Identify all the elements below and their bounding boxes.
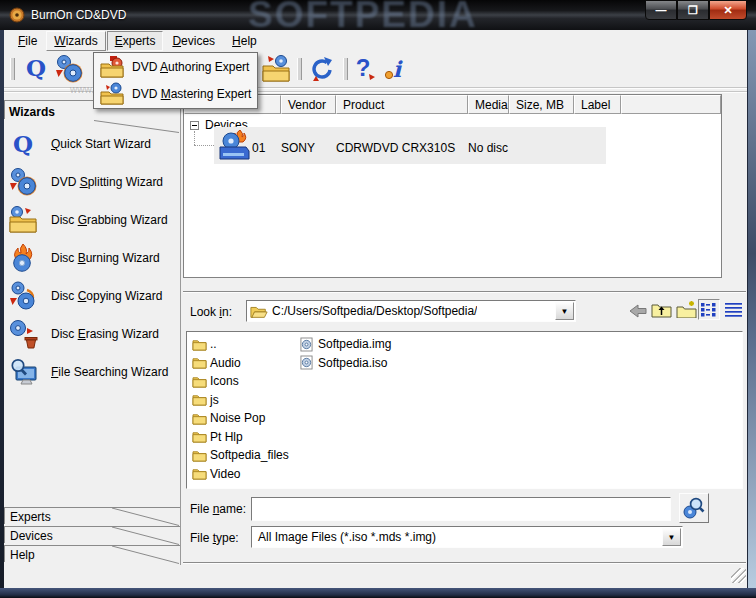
dvd-mastering-toolbar-icon[interactable] [261, 54, 291, 84]
folder-item[interactable]: .. [192, 335, 289, 354]
minimize-button[interactable]: — [645, 0, 677, 20]
folder-name: Pt Hlp [210, 430, 243, 444]
folder-icon [192, 375, 210, 388]
wizard-item-s[interactable]: DVD Splitting Wizard [8, 164, 174, 200]
devices-column-header: Vendor Product Media Size, MB Label [184, 95, 721, 114]
sidebar-tab-devices[interactable]: Devices [4, 526, 180, 545]
look-in-dropdown-arrow[interactable]: ▼ [555, 302, 574, 320]
toolbar-grip[interactable] [10, 58, 15, 80]
wizard-label: DVD Splitting Wizard [51, 175, 163, 189]
disc-grab-icon [8, 205, 38, 235]
file-name: Softpedia.iso [318, 356, 387, 370]
search-file-button[interactable] [679, 493, 709, 523]
experts-menu-item[interactable]: DVD Mastering Expert [94, 80, 257, 107]
window-frame-bottom [0, 588, 756, 598]
disc-image-file-icon [300, 337, 318, 352]
column-header-vendor[interactable]: Vendor [281, 95, 336, 114]
file-search-icon [8, 357, 38, 387]
tab-label: Help [10, 548, 35, 562]
tab-label: Experts [10, 510, 51, 524]
svg-text:Q: Q [26, 55, 46, 81]
menubar-item[interactable]: File [10, 31, 45, 51]
folder-name: Icons [210, 374, 239, 388]
menu-bar: File Wizards Experts Devices Help [4, 30, 747, 52]
quick-start-toolbar-icon[interactable]: Q [23, 55, 49, 81]
column-header-product[interactable]: Product [336, 95, 468, 114]
wizard-item-f[interactable]: File Searching Wizard [8, 354, 174, 390]
device-media: No disc [468, 141, 508, 155]
tab-label: Devices [10, 529, 53, 543]
sidebar-tab-experts[interactable]: Experts [4, 507, 180, 526]
folder-item[interactable]: Softpedia_files [192, 446, 289, 465]
file-type-combobox[interactable]: All Image Files (*.iso *.mds *.img) ▼ [251, 526, 683, 548]
folder-item[interactable]: js [192, 391, 289, 410]
experts-menu-item[interactable]: DVD Authoring Expert [94, 53, 257, 80]
open-folder-icon [250, 304, 268, 319]
softpedia-watermark: SOFTPEDIA [248, 0, 548, 30]
toolbar-grip[interactable] [297, 58, 302, 80]
svg-text:Q: Q [13, 131, 33, 157]
file-name-input[interactable] [251, 497, 671, 521]
app-disc-icon [9, 7, 25, 23]
wizard-item-g[interactable]: Disc Grabbing Wizard [8, 202, 174, 238]
quick-start-icon: Q [8, 129, 38, 159]
menubar-item[interactable]: Devices [164, 31, 223, 51]
up-one-level-icon[interactable] [651, 301, 672, 318]
file-list[interactable]: .. Audio Icons js [186, 331, 743, 489]
column-header-filler [621, 95, 721, 114]
wizard-label: Quick Start Wizard [51, 137, 151, 151]
wizards-header-label: Wizards [9, 105, 55, 119]
help-icon[interactable]: ? [353, 55, 379, 81]
close-button[interactable]: ✕ [709, 0, 747, 20]
folder-item[interactable]: Icons [192, 372, 289, 391]
file-item[interactable]: Softpedia.iso [300, 354, 391, 373]
device-product: CDRWDVD CRX310S [336, 141, 455, 155]
look-in-combobox[interactable]: C:/Users/Softpedia/Desktop/Softpedia/ ▼ [246, 300, 576, 322]
column-header-label[interactable]: Label [574, 95, 621, 114]
folder-item[interactable]: Audio [192, 354, 289, 373]
tree-collapse-toggle[interactable] [190, 121, 199, 130]
refresh-icon[interactable] [309, 56, 335, 82]
folder-item[interactable]: Pt Hlp [192, 428, 289, 447]
pane-separator[interactable] [183, 291, 746, 293]
menu-item-icon [99, 56, 125, 78]
column-header-media[interactable]: Media [468, 95, 509, 114]
menu-item-icon [99, 83, 125, 105]
about-icon[interactable]: i [381, 55, 407, 81]
folder-icon [192, 356, 210, 369]
sidebar-tab-help[interactable]: Help [4, 545, 180, 564]
folder-icon [192, 412, 210, 425]
resize-grip[interactable] [731, 568, 746, 583]
menubar-item[interactable]: Wizards [46, 31, 105, 51]
title-bar[interactable]: SOFTPEDIA BurnOn CD&DVD [0, 0, 756, 30]
wizard-item-e[interactable]: Disc Erasing Wizard [8, 316, 174, 352]
column-header-size[interactable]: Size, MB [509, 95, 574, 114]
disc-image-file-icon [300, 355, 318, 370]
window-title: BurnOn CD&DVD [31, 8, 126, 22]
toolbar-grip[interactable] [343, 58, 348, 80]
folder-item[interactable]: Video [192, 465, 289, 484]
file-item[interactable]: Softpedia.img [300, 335, 391, 354]
wizard-label: Disc Grabbing Wizard [51, 213, 168, 227]
look-in-label: Look in: [190, 305, 232, 319]
device-vendor: SONY [281, 141, 315, 155]
folder-name: Video [210, 467, 240, 481]
application-window: SOFTPEDIA BurnOn CD&DVD — ❐ ✕ File Wizar… [0, 0, 756, 598]
experts-dropdown-menu: DVD Authoring Expert DVD Mastering Exper… [93, 52, 258, 109]
maximize-button[interactable]: ❐ [677, 0, 709, 20]
menubar-item[interactable]: Help [224, 31, 265, 51]
dvd-splitting-toolbar-icon[interactable] [54, 54, 84, 84]
folder-item[interactable]: Noise Pop [192, 409, 289, 428]
svg-text:?: ? [356, 55, 371, 81]
wizard-item-b[interactable]: Disc Burning Wizard [8, 240, 174, 276]
list-view-icon[interactable] [698, 299, 720, 320]
details-view-icon[interactable] [724, 302, 743, 317]
back-icon[interactable] [628, 303, 648, 319]
folder-name: js [210, 393, 219, 407]
current-path: C:/Users/Softpedia/Desktop/Softpedia/ [272, 304, 477, 318]
file-type-dropdown-arrow[interactable]: ▼ [662, 528, 681, 546]
wizard-item-q[interactable]: QQuick Start Wizard [8, 126, 174, 162]
wizard-item-c[interactable]: Disc Copying Wizard [8, 278, 174, 314]
menubar-item[interactable]: Experts [107, 31, 164, 51]
new-folder-icon[interactable] [676, 301, 697, 318]
